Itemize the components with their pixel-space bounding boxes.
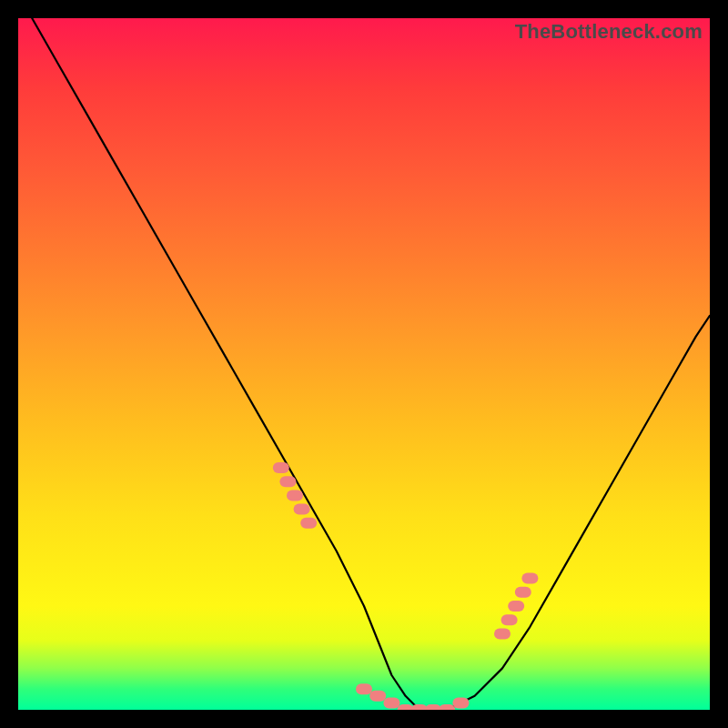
gradient-background <box>18 18 710 710</box>
chart-frame: TheBottleneck.com <box>18 18 710 710</box>
